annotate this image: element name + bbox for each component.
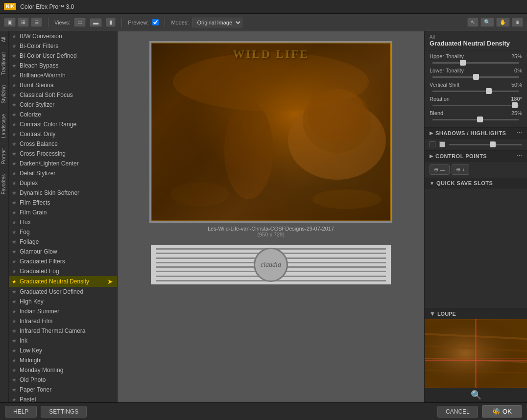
- tool-btn-2[interactable]: 🔍: [480, 18, 494, 27]
- filter-item[interactable]: ★Bleach Bypass: [9, 61, 117, 70]
- filter-star-icon[interactable]: ★: [12, 328, 17, 334]
- filter-item[interactable]: ★Duplex: [9, 178, 117, 188]
- side-tab-portrait[interactable]: Portrait: [0, 143, 8, 169]
- single-view-btn[interactable]: ▣: [4, 18, 16, 27]
- filter-star-icon[interactable]: ★: [12, 112, 17, 118]
- side-tab-landscape[interactable]: Landscape: [0, 109, 8, 143]
- slider-thumb[interactable]: [460, 60, 466, 66]
- control-points-header[interactable]: ▶ Control Points ⋯: [425, 150, 527, 162]
- filter-item[interactable]: ★Brilliance/Warmth: [9, 70, 117, 80]
- view-icon-btn-3[interactable]: ▮: [106, 18, 116, 27]
- sh-slider-thumb[interactable]: [490, 141, 496, 147]
- quick-save-header[interactable]: ▼ QUICK SAVE SLOTS: [425, 178, 527, 188]
- tool-btn-3[interactable]: ✋: [496, 18, 510, 27]
- filter-star-icon[interactable]: ★: [12, 308, 17, 315]
- filter-item[interactable]: ★Low Key: [9, 346, 117, 355]
- filter-item[interactable]: ★Contrast Only: [9, 129, 117, 139]
- filter-star-icon[interactable]: ★: [12, 289, 17, 295]
- modes-select[interactable]: Original Image: [192, 18, 242, 27]
- filter-item[interactable]: ★Pastel: [9, 395, 117, 402]
- ok-button[interactable]: 🐝 OK: [482, 405, 522, 418]
- filter-star-icon[interactable]: ★: [12, 43, 17, 49]
- filter-item[interactable]: ★Burnt Sienna: [9, 80, 117, 90]
- filter-star-icon[interactable]: ★: [12, 318, 17, 325]
- filter-item[interactable]: ★Film Grain: [9, 208, 117, 217]
- filter-item[interactable]: ★Classical Soft Focus: [9, 90, 117, 100]
- preview-checkbox[interactable]: [152, 19, 159, 25]
- filter-item[interactable]: ★Graduated Fog: [9, 266, 117, 276]
- side-tab-stylizing[interactable]: Stylizing: [0, 80, 8, 108]
- filter-item[interactable]: ★Glamour Glow: [9, 247, 117, 257]
- filter-item[interactable]: ★Fog: [9, 227, 117, 237]
- view-icon-btn-2[interactable]: ▬: [90, 18, 102, 27]
- filter-item[interactable]: ★Cross Processing: [9, 149, 117, 159]
- filter-item[interactable]: ★Paper Toner: [9, 385, 117, 395]
- filter-star-icon[interactable]: ★: [12, 367, 17, 373]
- filter-star-icon[interactable]: ★: [12, 102, 17, 108]
- side-tab-all[interactable]: All: [0, 31, 8, 47]
- slider-track[interactable]: [432, 119, 519, 120]
- slider-thumb[interactable]: [486, 88, 492, 94]
- filter-item[interactable]: ★Contrast Color Range: [9, 119, 117, 129]
- filter-item[interactable]: ★Cross Balance: [9, 139, 117, 149]
- filter-item[interactable]: ★Dynamic Skin Softener: [9, 188, 117, 198]
- filter-item[interactable]: ★Ink: [9, 336, 117, 346]
- settings-button[interactable]: SETTINGS: [41, 406, 87, 418]
- filter-star-icon[interactable]: ★: [12, 92, 17, 98]
- loupe-zoom-icon[interactable]: 🔍: [471, 390, 481, 400]
- tool-btn-1[interactable]: ↖: [467, 18, 479, 27]
- tool-btn-4[interactable]: ⊕: [512, 18, 523, 27]
- filter-list[interactable]: ★B/W Conversion★Bi-Color Filters★Bi-Colo…: [9, 31, 118, 402]
- filter-item[interactable]: ★Darken/Lighten Center: [9, 159, 117, 168]
- filter-star-icon[interactable]: ★: [12, 180, 17, 187]
- filter-item[interactable]: ★Bi-Color Filters: [9, 41, 117, 51]
- filter-item[interactable]: ★Flux: [9, 217, 117, 227]
- filter-star-icon[interactable]: ★: [12, 338, 17, 344]
- filter-star-icon[interactable]: ★: [12, 151, 17, 157]
- filter-star-icon[interactable]: ★: [12, 63, 17, 69]
- slider-thumb[interactable]: [473, 74, 479, 80]
- side-tab-traditional[interactable]: Traditional: [0, 47, 8, 80]
- filter-star-icon[interactable]: ★: [12, 141, 17, 147]
- filter-star-icon[interactable]: ★: [12, 377, 17, 383]
- filter-item[interactable]: ★Midnight: [9, 355, 117, 365]
- filter-star-icon[interactable]: ★: [12, 258, 17, 265]
- view-icon-btn-1[interactable]: ▭: [74, 18, 86, 27]
- filter-star-icon[interactable]: ★: [12, 82, 17, 89]
- filter-item[interactable]: ★Infrared Film: [9, 316, 117, 326]
- slider-track[interactable]: [432, 91, 519, 92]
- filter-item[interactable]: ★Indian Summer: [9, 306, 117, 316]
- filter-item[interactable]: ★Graduated Filters: [9, 257, 117, 266]
- filter-star-icon[interactable]: ★: [12, 170, 17, 177]
- filter-star-icon[interactable]: ★: [12, 161, 17, 167]
- help-button[interactable]: HELP: [5, 406, 37, 418]
- filter-item[interactable]: ★Monday Morning: [9, 365, 117, 375]
- filter-item[interactable]: ★Graduated User Defined: [9, 287, 117, 297]
- split-view-btn[interactable]: ⊞: [18, 18, 29, 27]
- filter-star-icon[interactable]: ★: [12, 397, 17, 403]
- filter-item[interactable]: ★Old Photo: [9, 375, 117, 385]
- shadows-highlights-header[interactable]: ▶ Shadows / Highlights ⋯: [425, 127, 527, 139]
- cancel-button[interactable]: CANCEL: [437, 406, 478, 418]
- cp-add-btn[interactable]: ⊕ —: [430, 164, 450, 175]
- filter-star-icon[interactable]: ★: [12, 239, 17, 245]
- filter-item[interactable]: ★Film Effects: [9, 198, 117, 208]
- filter-star-icon[interactable]: ★: [12, 279, 17, 285]
- filter-star-icon[interactable]: ★: [12, 72, 17, 79]
- filter-star-icon[interactable]: ★: [12, 33, 17, 40]
- filter-star-icon[interactable]: ★: [12, 210, 17, 216]
- loupe-header[interactable]: ▼ LOUPE: [425, 308, 527, 319]
- filter-star-icon[interactable]: ★: [12, 229, 17, 235]
- filter-star-icon[interactable]: ★: [12, 190, 17, 196]
- filter-item[interactable]: ★High Key: [9, 297, 117, 306]
- filter-star-icon[interactable]: ★: [12, 268, 17, 275]
- filter-item[interactable]: ★Bi-Color User Defined: [9, 51, 117, 61]
- filter-item[interactable]: ★Color Stylizer: [9, 100, 117, 110]
- compare-view-btn[interactable]: ⊟: [31, 18, 42, 27]
- filter-star-icon[interactable]: ★: [12, 357, 17, 364]
- slider-track[interactable]: [432, 76, 519, 78]
- filter-star-icon[interactable]: ★: [12, 131, 17, 138]
- filter-star-icon[interactable]: ★: [12, 121, 17, 128]
- filter-star-icon[interactable]: ★: [12, 249, 17, 255]
- filter-star-icon[interactable]: ★: [12, 387, 17, 393]
